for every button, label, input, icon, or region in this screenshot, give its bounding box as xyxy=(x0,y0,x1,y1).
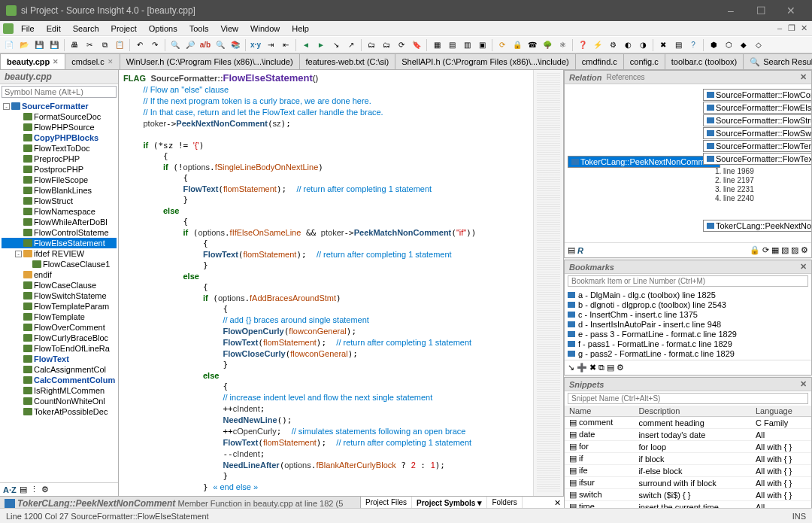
opt1-icon[interactable]: ◐ xyxy=(621,38,635,52)
tab-dropdown-icon[interactable]: ▾ xyxy=(475,498,482,507)
calls-icon[interactable]: ☎ xyxy=(526,38,539,52)
maximize-button[interactable]: ☐ xyxy=(746,0,776,21)
snippets-header[interactable]: Language xyxy=(751,406,811,417)
lookup-refs-icon[interactable]: 📚 xyxy=(229,38,242,52)
symbol-node[interactable]: IsRightMLCommen xyxy=(2,385,117,396)
custom2-icon[interactable]: ⬡ xyxy=(722,38,735,52)
bm-opt-icon[interactable]: ▤ xyxy=(607,363,614,372)
symbol-node[interactable]: FlowCaseClause1 xyxy=(2,259,117,269)
custom1-icon[interactable]: ⬢ xyxy=(707,38,720,52)
close-button[interactable]: ✕ xyxy=(776,0,806,21)
menu-options[interactable]: Options xyxy=(143,23,183,35)
snippet-row[interactable]: ▤ dateinsert today's dateAll xyxy=(565,429,811,441)
browse-symbols-icon[interactable]: 🗂 xyxy=(365,38,378,52)
project-files-icon[interactable]: 🗂 xyxy=(380,38,393,52)
relation-ref-node[interactable]: SourceFormatter::FlowSwitchStatement xyxy=(703,127,811,139)
snippets-input[interactable] xyxy=(568,393,808,404)
snippet-row[interactable]: ▤ forfor loopAll with { } xyxy=(565,441,811,453)
symbol-node[interactable]: CopyPHPBlocks xyxy=(2,132,117,143)
bookmarks-close-icon[interactable]: ✕ xyxy=(800,262,807,272)
file-tab[interactable]: config.c xyxy=(623,53,665,69)
code-editor[interactable]: FLAG SourceFormatter::FlowElseStatement(… xyxy=(119,70,564,496)
relation-line-ref[interactable]: 2. line 2197 xyxy=(715,176,754,184)
relation-line-ref[interactable]: 4. line 2240 xyxy=(715,194,754,202)
symbol-node[interactable]: FlowToEndOfLineRa xyxy=(2,343,117,354)
view1-icon[interactable]: ▦ xyxy=(430,38,444,52)
rel-tool-browse2-icon[interactable]: ▧ xyxy=(781,245,789,255)
relation-ref-node[interactable]: SourceFormatter::FlowControlStatemen xyxy=(703,89,811,101)
symbol-node[interactable]: CalcCommentColum xyxy=(2,375,117,385)
jump-def-icon[interactable]: ↘ xyxy=(329,38,343,52)
copy-icon[interactable]: ⧉ xyxy=(98,38,111,52)
snippet-row[interactable]: ▤ ifeif-else blockAll with { } xyxy=(565,465,811,477)
bookmark-item[interactable]: e - pass 3 - FormatLine - format.c line … xyxy=(566,329,810,339)
symbol-tree[interactable]: -SourceFormatterFormatSourceDocFlowPHPSo… xyxy=(0,99,118,482)
cut-icon[interactable]: ✂ xyxy=(83,38,96,52)
close-all-icon[interactable]: ✖ xyxy=(656,38,670,52)
custom4-icon[interactable]: ◇ xyxy=(752,38,765,52)
undo-icon[interactable]: ↶ xyxy=(133,38,147,52)
find-next-icon[interactable]: 🔎 xyxy=(183,38,197,52)
search-project-icon[interactable]: 🔍 xyxy=(214,38,227,52)
bm-copy-icon[interactable]: ⧉ xyxy=(598,363,604,372)
file-tab[interactable]: cmdfind.c xyxy=(575,53,624,69)
menu-project[interactable]: Project xyxy=(105,23,143,35)
snippets-list[interactable]: NameDescriptionLanguage▤ commentcomment … xyxy=(565,406,811,523)
relation-ref-node[interactable]: SourceFormatter::FlowElseStatement xyxy=(703,102,811,114)
snippets-close-icon[interactable]: ✕ xyxy=(800,379,807,389)
bookmark-item[interactable]: b - dlgnoti - dlgprop.c (toolbox) line 2… xyxy=(566,300,810,309)
relation-close-icon[interactable]: ✕ xyxy=(800,72,807,82)
menu-edit[interactable]: Edit xyxy=(41,23,67,35)
rel-tool-gear-icon[interactable]: ⚙ xyxy=(801,245,808,255)
bookmark-item[interactable]: g - pass2 - FormatLine - format.c line 1… xyxy=(566,348,810,358)
snippets-header[interactable]: Name xyxy=(565,406,634,417)
symbol-node[interactable]: FlowElseStatement xyxy=(2,238,117,248)
relation-ref-node[interactable]: SourceFormatter::FlowTemplate xyxy=(703,140,811,152)
symbol-node[interactable]: FlowCurlyBraceBloc xyxy=(2,333,117,343)
symbol-node[interactable]: FlowTemplate xyxy=(2,312,117,322)
menu-window[interactable]: Window xyxy=(244,23,286,35)
view4-icon[interactable]: ▣ xyxy=(475,38,489,52)
help-icon[interactable]: ? xyxy=(686,38,700,52)
symbol-node[interactable]: FlowTemplateParam xyxy=(2,301,117,312)
relation-line-ref[interactable]: 1. line 1969 xyxy=(715,167,754,175)
redo-icon[interactable]: ↷ xyxy=(148,38,162,52)
symbol-node[interactable]: PreprocPHP xyxy=(2,154,117,164)
relation-tail-node[interactable]: TokerCLang::PeekNextNonComment xyxy=(703,220,811,232)
go-back-icon[interactable]: ◄ xyxy=(299,38,313,52)
save-icon[interactable]: 💾 xyxy=(32,38,46,52)
refresh-rel-icon[interactable]: ⟳ xyxy=(495,38,509,52)
rel-tool-r-icon[interactable]: R xyxy=(577,246,583,255)
menu-file[interactable]: File xyxy=(15,23,41,35)
symbol-node[interactable]: FlowNamespace xyxy=(2,206,117,217)
sync-files-icon[interactable]: ⟳ xyxy=(395,38,408,52)
find-icon[interactable]: 🔍 xyxy=(168,38,182,52)
indent-icon[interactable]: ⇥ xyxy=(264,38,277,52)
symbol-node[interactable]: FlowText xyxy=(2,354,117,364)
bm-go-icon[interactable]: ↘ xyxy=(568,363,574,372)
menu-view[interactable]: View xyxy=(214,23,244,35)
symbol-node[interactable]: CountNonWhiteOnl xyxy=(2,396,117,406)
file-tab[interactable]: WinUser.h (C:\Program Files (x86)\...\in… xyxy=(120,53,300,69)
symbol-node[interactable]: FlowFileScope xyxy=(2,175,117,185)
bookmarks-list[interactable]: a - DlgMain - dlg.c (toolbox) line 1825b… xyxy=(565,288,811,360)
file-tab[interactable]: cmdsel.c✕ xyxy=(65,53,120,69)
tab-close-icon[interactable]: ✕ xyxy=(108,58,114,65)
symbol-node[interactable]: FlowTextToDoc xyxy=(2,143,117,154)
custom3-icon[interactable]: ◆ xyxy=(737,38,750,52)
symbol-node[interactable]: endif xyxy=(2,269,117,280)
relation-ref-node[interactable]: SourceFormatter::FlowText xyxy=(703,153,811,165)
bookmark-icon[interactable]: 🔖 xyxy=(410,38,423,52)
sym-opt1-icon[interactable]: ⋮ xyxy=(30,485,38,494)
bookmark-item[interactable]: a - DlgMain - dlg.c (toolbox) line 1825 xyxy=(566,290,810,300)
replace-icon[interactable]: a/b xyxy=(198,38,212,52)
mdi-restore-icon[interactable]: ❐ xyxy=(786,23,797,34)
symbol-node[interactable]: FlowControlStateme xyxy=(2,227,117,238)
bookmark-item[interactable]: d - InsertIsInAutoPair - insert.c line 9… xyxy=(566,319,810,329)
tab-close-icon[interactable]: ✕ xyxy=(53,58,59,65)
bm-del-icon[interactable]: ✖ xyxy=(589,363,596,372)
symbol-node[interactable]: FlowSwitchStateme xyxy=(2,290,117,301)
code-body[interactable]: FLAG SourceFormatter::FlowElseStatement(… xyxy=(119,70,533,496)
relation-ref-node[interactable]: SourceFormatter::FlowStruct xyxy=(703,114,811,126)
run-icon[interactable]: ⚡ xyxy=(591,38,604,52)
